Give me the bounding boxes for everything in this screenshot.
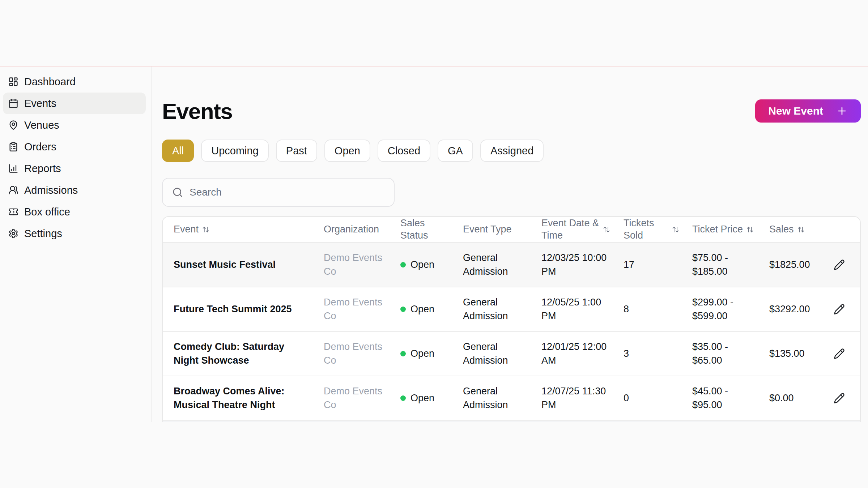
event-datetime-cell: 12/03/25 10:00 PM	[531, 251, 613, 279]
dashboard-icon	[8, 76, 19, 87]
sidebar-item-dashboard[interactable]: Dashboard	[3, 71, 146, 93]
page-header: Events New Event	[162, 99, 861, 123]
sidebar: Dashboard Events Venues Orders Reports	[0, 67, 152, 422]
sidebar-item-admissions[interactable]: Admissions	[3, 179, 146, 201]
event-type-cell: General Admission	[452, 251, 531, 279]
ticket-price-cell: $35.00 - $65.00	[681, 340, 758, 368]
event-datetime-cell: 12/05/25 1:00 PM	[531, 296, 613, 323]
tickets-sold-cell: 17	[613, 258, 681, 272]
column-header-organization[interactable]: Organization	[313, 223, 390, 236]
new-event-label: New Event	[768, 105, 823, 117]
sidebar-item-reports[interactable]: Reports	[3, 158, 146, 179]
sort-icon[interactable]	[746, 226, 754, 233]
filter-chip-assigned[interactable]: Assigned	[480, 140, 544, 162]
table-header-row: Event Organization Sales Status Event Ty…	[163, 217, 860, 243]
clipboard-icon	[8, 141, 19, 152]
sort-icon[interactable]	[202, 226, 209, 233]
plus-icon	[836, 105, 848, 117]
sales-status-cell: Open	[390, 391, 452, 405]
column-header-tickets-sold[interactable]: Tickets Sold	[613, 217, 681, 242]
events-table: Event Organization Sales Status Event Ty…	[162, 216, 861, 422]
column-header-ticket-price[interactable]: Ticket Price	[681, 223, 758, 236]
sidebar-item-venues[interactable]: Venues	[3, 114, 146, 136]
ticket-icon	[8, 206, 19, 217]
sort-icon[interactable]	[797, 226, 805, 233]
clipped-next-row	[163, 421, 860, 422]
pencil-icon	[834, 348, 845, 359]
column-header-event-type[interactable]: Event Type	[452, 223, 531, 236]
sort-icon[interactable]	[603, 226, 610, 233]
filter-chip-past[interactable]: Past	[276, 140, 317, 162]
sidebar-item-box-office[interactable]: Box office	[3, 201, 146, 223]
filter-chip-upcoming[interactable]: Upcoming	[201, 140, 269, 162]
sidebar-item-label: Box office	[24, 206, 70, 218]
filter-chip-bar: All Upcoming Past Open Closed GA Assigne…	[162, 140, 861, 162]
gear-icon	[8, 228, 19, 239]
event-type-cell: General Admission	[452, 296, 531, 323]
column-header-event-date-time[interactable]: Event Date & Time	[531, 217, 613, 242]
organization-cell: Demo Events Co	[313, 385, 390, 412]
table-row[interactable]: Future Tech Summit 2025 Demo Events Co O…	[163, 287, 860, 332]
table-row[interactable]: Broadway Comes Alive: Musical Theatre Ni…	[163, 376, 860, 421]
sales-status-cell: Open	[390, 303, 452, 316]
column-label: Tickets Sold	[624, 217, 668, 242]
filter-chip-closed[interactable]: Closed	[378, 140, 430, 162]
search-input[interactable]	[190, 187, 384, 198]
filter-chip-open[interactable]: Open	[324, 140, 370, 162]
actions-cell	[818, 301, 860, 318]
sidebar-item-settings[interactable]: Settings	[3, 223, 146, 244]
pencil-icon	[834, 393, 845, 404]
sales-status-cell: Open	[390, 347, 452, 361]
sidebar-item-label: Reports	[24, 163, 61, 175]
sidebar-item-label: Venues	[24, 119, 59, 131]
pencil-icon	[834, 304, 845, 315]
sort-icon[interactable]	[672, 226, 679, 233]
column-label: Sales Status	[400, 217, 450, 242]
filter-chip-ga[interactable]: GA	[438, 140, 473, 162]
organization-cell: Demo Events Co	[313, 251, 390, 279]
event-type-cell: General Admission	[452, 340, 531, 368]
ticket-price-cell: $299.00 - $599.00	[681, 296, 758, 323]
actions-cell	[818, 256, 860, 273]
event-name-cell[interactable]: Future Tech Summit 2025	[163, 303, 313, 316]
column-header-sales-status[interactable]: Sales Status	[390, 217, 452, 242]
edit-event-button[interactable]	[831, 390, 848, 407]
column-label: Organization	[324, 223, 379, 236]
organization-cell: Demo Events Co	[313, 296, 390, 323]
new-event-button[interactable]: New Event	[755, 99, 861, 123]
event-datetime-cell: 12/07/25 11:30 PM	[531, 385, 613, 412]
sidebar-item-label: Dashboard	[24, 76, 76, 88]
sidebar-item-label: Orders	[24, 141, 56, 153]
status-dot-open	[400, 395, 406, 401]
sidebar-item-orders[interactable]: Orders	[3, 136, 146, 158]
calendar-icon	[8, 98, 19, 109]
actions-cell	[818, 345, 860, 362]
edit-event-button[interactable]	[831, 345, 848, 362]
column-header-event[interactable]: Event	[163, 223, 313, 236]
app-screen: Dashboard Events Venues Orders Reports	[0, 0, 868, 488]
status-dot-open	[400, 307, 406, 312]
sales-status-cell: Open	[390, 258, 452, 272]
sales-cell: $3292.00	[758, 303, 818, 316]
event-name-cell[interactable]: Broadway Comes Alive: Musical Theatre Ni…	[163, 385, 313, 412]
event-datetime-cell: 12/01/25 12:00 AM	[531, 340, 613, 368]
sales-cell: $0.00	[758, 391, 818, 405]
organization-cell: Demo Events Co	[313, 340, 390, 368]
event-name-cell[interactable]: Sunset Music Festival	[163, 258, 313, 272]
filter-chip-all[interactable]: All	[162, 140, 194, 162]
column-label: Event	[174, 223, 199, 236]
sidebar-item-events[interactable]: Events	[3, 93, 146, 114]
column-header-sales[interactable]: Sales	[758, 223, 818, 236]
sales-cell: $135.00	[758, 347, 818, 361]
edit-event-button[interactable]	[831, 301, 848, 318]
column-label: Sales	[769, 223, 794, 236]
status-label: Open	[410, 303, 434, 316]
search-box[interactable]	[162, 178, 395, 207]
search-icon	[172, 187, 183, 198]
sidebar-item-label: Settings	[24, 228, 62, 240]
table-row[interactable]: Sunset Music Festival Demo Events Co Ope…	[163, 243, 860, 287]
event-name-cell[interactable]: Comedy Club: Saturday Night Showcase	[163, 340, 313, 368]
edit-event-button[interactable]	[831, 256, 848, 273]
tickets-sold-cell: 3	[613, 347, 681, 361]
table-row[interactable]: Comedy Club: Saturday Night Showcase Dem…	[163, 332, 860, 376]
